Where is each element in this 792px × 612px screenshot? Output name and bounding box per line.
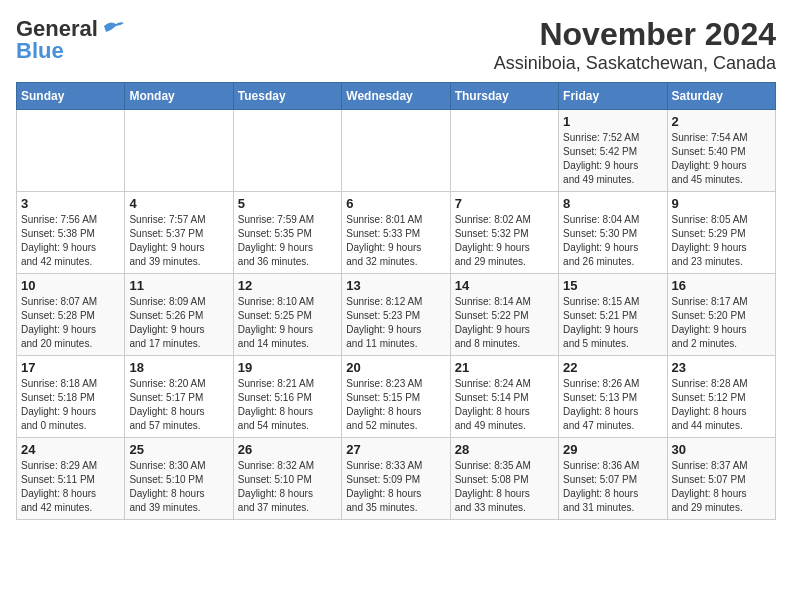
calendar-cell	[342, 110, 450, 192]
day-info: Sunrise: 8:28 AM Sunset: 5:12 PM Dayligh…	[672, 377, 771, 433]
day-number: 7	[455, 196, 554, 211]
day-info: Sunrise: 8:30 AM Sunset: 5:10 PM Dayligh…	[129, 459, 228, 515]
day-number: 27	[346, 442, 445, 457]
day-info: Sunrise: 8:02 AM Sunset: 5:32 PM Dayligh…	[455, 213, 554, 269]
day-info: Sunrise: 8:23 AM Sunset: 5:15 PM Dayligh…	[346, 377, 445, 433]
day-info: Sunrise: 8:01 AM Sunset: 5:33 PM Dayligh…	[346, 213, 445, 269]
calendar-cell	[233, 110, 341, 192]
day-number: 24	[21, 442, 120, 457]
day-number: 19	[238, 360, 337, 375]
day-info: Sunrise: 8:17 AM Sunset: 5:20 PM Dayligh…	[672, 295, 771, 351]
day-number: 12	[238, 278, 337, 293]
calendar-cell: 14Sunrise: 8:14 AM Sunset: 5:22 PM Dayli…	[450, 274, 558, 356]
day-info: Sunrise: 8:12 AM Sunset: 5:23 PM Dayligh…	[346, 295, 445, 351]
calendar-week-4: 17Sunrise: 8:18 AM Sunset: 5:18 PM Dayli…	[17, 356, 776, 438]
calendar-cell: 24Sunrise: 8:29 AM Sunset: 5:11 PM Dayli…	[17, 438, 125, 520]
calendar-cell: 1Sunrise: 7:52 AM Sunset: 5:42 PM Daylig…	[559, 110, 667, 192]
calendar-cell: 30Sunrise: 8:37 AM Sunset: 5:07 PM Dayli…	[667, 438, 775, 520]
day-number: 15	[563, 278, 662, 293]
calendar-cell	[17, 110, 125, 192]
day-info: Sunrise: 8:37 AM Sunset: 5:07 PM Dayligh…	[672, 459, 771, 515]
day-number: 8	[563, 196, 662, 211]
day-number: 20	[346, 360, 445, 375]
day-info: Sunrise: 8:09 AM Sunset: 5:26 PM Dayligh…	[129, 295, 228, 351]
day-info: Sunrise: 8:36 AM Sunset: 5:07 PM Dayligh…	[563, 459, 662, 515]
day-info: Sunrise: 8:14 AM Sunset: 5:22 PM Dayligh…	[455, 295, 554, 351]
day-info: Sunrise: 7:52 AM Sunset: 5:42 PM Dayligh…	[563, 131, 662, 187]
calendar-cell: 25Sunrise: 8:30 AM Sunset: 5:10 PM Dayli…	[125, 438, 233, 520]
day-info: Sunrise: 8:35 AM Sunset: 5:08 PM Dayligh…	[455, 459, 554, 515]
calendar-cell: 9Sunrise: 8:05 AM Sunset: 5:29 PM Daylig…	[667, 192, 775, 274]
day-number: 17	[21, 360, 120, 375]
calendar-cell: 27Sunrise: 8:33 AM Sunset: 5:09 PM Dayli…	[342, 438, 450, 520]
weekday-header-row: SundayMondayTuesdayWednesdayThursdayFrid…	[17, 83, 776, 110]
day-info: Sunrise: 8:21 AM Sunset: 5:16 PM Dayligh…	[238, 377, 337, 433]
calendar-cell: 20Sunrise: 8:23 AM Sunset: 5:15 PM Dayli…	[342, 356, 450, 438]
page-title: November 2024	[494, 16, 776, 53]
day-number: 30	[672, 442, 771, 457]
calendar-cell: 15Sunrise: 8:15 AM Sunset: 5:21 PM Dayli…	[559, 274, 667, 356]
day-number: 2	[672, 114, 771, 129]
weekday-header-wednesday: Wednesday	[342, 83, 450, 110]
weekday-header-sunday: Sunday	[17, 83, 125, 110]
day-info: Sunrise: 8:07 AM Sunset: 5:28 PM Dayligh…	[21, 295, 120, 351]
day-number: 11	[129, 278, 228, 293]
weekday-header-friday: Friday	[559, 83, 667, 110]
calendar-cell: 6Sunrise: 8:01 AM Sunset: 5:33 PM Daylig…	[342, 192, 450, 274]
calendar-week-5: 24Sunrise: 8:29 AM Sunset: 5:11 PM Dayli…	[17, 438, 776, 520]
logo: General Blue	[16, 16, 124, 64]
calendar-cell: 18Sunrise: 8:20 AM Sunset: 5:17 PM Dayli…	[125, 356, 233, 438]
logo-blue: Blue	[16, 38, 64, 64]
calendar-cell: 17Sunrise: 8:18 AM Sunset: 5:18 PM Dayli…	[17, 356, 125, 438]
day-number: 21	[455, 360, 554, 375]
day-info: Sunrise: 8:32 AM Sunset: 5:10 PM Dayligh…	[238, 459, 337, 515]
day-number: 28	[455, 442, 554, 457]
day-info: Sunrise: 8:33 AM Sunset: 5:09 PM Dayligh…	[346, 459, 445, 515]
day-number: 9	[672, 196, 771, 211]
calendar-cell: 29Sunrise: 8:36 AM Sunset: 5:07 PM Dayli…	[559, 438, 667, 520]
day-info: Sunrise: 8:15 AM Sunset: 5:21 PM Dayligh…	[563, 295, 662, 351]
calendar-cell: 21Sunrise: 8:24 AM Sunset: 5:14 PM Dayli…	[450, 356, 558, 438]
page-subtitle: Assiniboia, Saskatchewan, Canada	[494, 53, 776, 74]
day-number: 16	[672, 278, 771, 293]
day-info: Sunrise: 8:29 AM Sunset: 5:11 PM Dayligh…	[21, 459, 120, 515]
day-number: 14	[455, 278, 554, 293]
title-section: November 2024 Assiniboia, Saskatchewan, …	[494, 16, 776, 74]
calendar-cell: 4Sunrise: 7:57 AM Sunset: 5:37 PM Daylig…	[125, 192, 233, 274]
day-info: Sunrise: 7:56 AM Sunset: 5:38 PM Dayligh…	[21, 213, 120, 269]
day-info: Sunrise: 8:26 AM Sunset: 5:13 PM Dayligh…	[563, 377, 662, 433]
calendar-cell: 19Sunrise: 8:21 AM Sunset: 5:16 PM Dayli…	[233, 356, 341, 438]
day-number: 1	[563, 114, 662, 129]
calendar-week-3: 10Sunrise: 8:07 AM Sunset: 5:28 PM Dayli…	[17, 274, 776, 356]
calendar-cell: 11Sunrise: 8:09 AM Sunset: 5:26 PM Dayli…	[125, 274, 233, 356]
day-info: Sunrise: 8:18 AM Sunset: 5:18 PM Dayligh…	[21, 377, 120, 433]
day-info: Sunrise: 8:20 AM Sunset: 5:17 PM Dayligh…	[129, 377, 228, 433]
day-number: 4	[129, 196, 228, 211]
calendar-cell: 7Sunrise: 8:02 AM Sunset: 5:32 PM Daylig…	[450, 192, 558, 274]
calendar-cell: 22Sunrise: 8:26 AM Sunset: 5:13 PM Dayli…	[559, 356, 667, 438]
day-info: Sunrise: 7:57 AM Sunset: 5:37 PM Dayligh…	[129, 213, 228, 269]
day-number: 5	[238, 196, 337, 211]
day-info: Sunrise: 8:10 AM Sunset: 5:25 PM Dayligh…	[238, 295, 337, 351]
day-number: 22	[563, 360, 662, 375]
day-info: Sunrise: 8:04 AM Sunset: 5:30 PM Dayligh…	[563, 213, 662, 269]
calendar-table: SundayMondayTuesdayWednesdayThursdayFrid…	[16, 82, 776, 520]
calendar-cell: 28Sunrise: 8:35 AM Sunset: 5:08 PM Dayli…	[450, 438, 558, 520]
calendar-cell: 26Sunrise: 8:32 AM Sunset: 5:10 PM Dayli…	[233, 438, 341, 520]
calendar-cell: 23Sunrise: 8:28 AM Sunset: 5:12 PM Dayli…	[667, 356, 775, 438]
logo-bird-icon	[102, 18, 124, 36]
weekday-header-thursday: Thursday	[450, 83, 558, 110]
calendar-cell: 3Sunrise: 7:56 AM Sunset: 5:38 PM Daylig…	[17, 192, 125, 274]
day-info: Sunrise: 8:24 AM Sunset: 5:14 PM Dayligh…	[455, 377, 554, 433]
calendar-cell: 5Sunrise: 7:59 AM Sunset: 5:35 PM Daylig…	[233, 192, 341, 274]
day-number: 10	[21, 278, 120, 293]
calendar-cell: 12Sunrise: 8:10 AM Sunset: 5:25 PM Dayli…	[233, 274, 341, 356]
calendar-cell: 16Sunrise: 8:17 AM Sunset: 5:20 PM Dayli…	[667, 274, 775, 356]
day-info: Sunrise: 7:59 AM Sunset: 5:35 PM Dayligh…	[238, 213, 337, 269]
weekday-header-saturday: Saturday	[667, 83, 775, 110]
day-number: 26	[238, 442, 337, 457]
day-number: 13	[346, 278, 445, 293]
calendar-cell	[125, 110, 233, 192]
day-number: 6	[346, 196, 445, 211]
calendar-cell: 13Sunrise: 8:12 AM Sunset: 5:23 PM Dayli…	[342, 274, 450, 356]
